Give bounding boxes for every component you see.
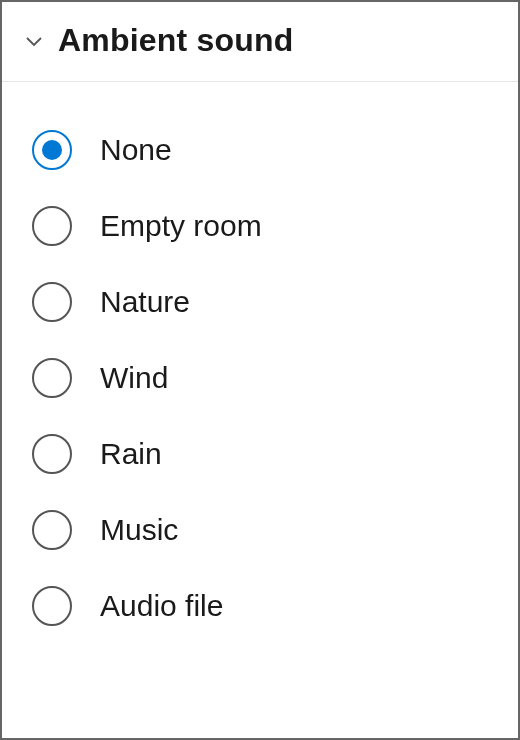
chevron-down-icon xyxy=(20,27,48,55)
option-label: Nature xyxy=(100,285,190,319)
option-nature[interactable]: Nature xyxy=(32,282,488,322)
option-music[interactable]: Music xyxy=(32,510,488,550)
option-label: Music xyxy=(100,513,178,547)
options-list: None Empty room Nature Wind Rain Music A… xyxy=(2,82,518,626)
option-empty-room[interactable]: Empty room xyxy=(32,206,488,246)
radio-icon xyxy=(32,510,72,550)
radio-icon xyxy=(32,206,72,246)
radio-icon xyxy=(32,434,72,474)
option-wind[interactable]: Wind xyxy=(32,358,488,398)
option-label: None xyxy=(100,133,172,167)
option-label: Audio file xyxy=(100,589,223,623)
option-rain[interactable]: Rain xyxy=(32,434,488,474)
option-label: Empty room xyxy=(100,209,262,243)
radio-icon xyxy=(32,586,72,626)
radio-icon xyxy=(32,282,72,322)
radio-icon xyxy=(32,130,72,170)
radio-icon xyxy=(32,358,72,398)
option-audio-file[interactable]: Audio file xyxy=(32,586,488,626)
option-label: Rain xyxy=(100,437,162,471)
option-label: Wind xyxy=(100,361,168,395)
section-title: Ambient sound xyxy=(58,22,293,59)
section-header[interactable]: Ambient sound xyxy=(2,2,518,82)
ambient-sound-panel: Ambient sound None Empty room Nature Win… xyxy=(0,0,520,740)
option-none[interactable]: None xyxy=(32,130,488,170)
